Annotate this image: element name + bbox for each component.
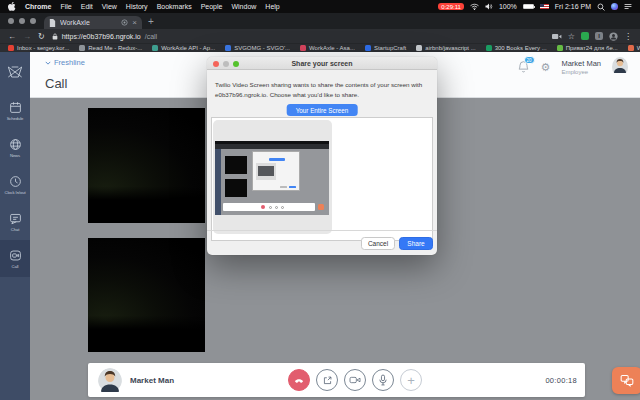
menu-bookmarks[interactable]: Bookmarks xyxy=(157,3,192,10)
bookmark-item[interactable]: WorkAxle API - Ap... xyxy=(152,45,215,51)
bookmark-item[interactable]: SVGOMG - SVGO'... xyxy=(225,45,290,51)
tab-favicon xyxy=(49,19,56,27)
mic-toggle-button[interactable] xyxy=(372,369,394,391)
call-timer: 00:00:18 xyxy=(545,376,577,385)
user-avatar[interactable] xyxy=(612,57,628,77)
notification-center-icon[interactable] xyxy=(624,3,632,10)
participant-name: Market Man xyxy=(130,376,174,385)
toolbar-right-icons: ☆ I ⋮ xyxy=(552,32,632,41)
menu-view[interactable]: View xyxy=(102,3,117,10)
bookmark-favicon xyxy=(628,45,634,51)
chat-fab-button[interactable] xyxy=(612,367,640,394)
bookmark-item[interactable]: Read Me - Redux-... xyxy=(79,45,142,51)
wifi-icon[interactable] xyxy=(470,3,479,10)
input-language-flag-icon[interactable] xyxy=(540,4,549,10)
video-tile-remote xyxy=(88,108,205,223)
workaxle-logo-icon[interactable] xyxy=(0,52,30,92)
user-role: Employee xyxy=(561,69,601,75)
window-minimize-button[interactable] xyxy=(19,18,25,24)
globe-icon xyxy=(9,138,22,151)
siri-icon[interactable] xyxy=(611,3,618,10)
screen-recording-timer[interactable]: 0:29:11 xyxy=(438,3,464,10)
header-right: 20 ⚙ Market Man Employee xyxy=(517,57,628,77)
menu-file[interactable]: File xyxy=(60,3,71,10)
dialog-zoom-button[interactable] xyxy=(233,61,239,67)
spotlight-search-icon[interactable] xyxy=(597,3,605,11)
bookmarks-bar: Inbox - sergey.kor... Read Me - Redux-..… xyxy=(0,43,640,52)
page-title: Call xyxy=(45,76,67,91)
sidebar-item-clock-in-out[interactable]: Clock In/out xyxy=(0,166,30,203)
dialog-window-controls xyxy=(213,61,239,67)
menu-edit[interactable]: Edit xyxy=(81,3,93,10)
address-bar[interactable]: https://e0b37b96.ngrok.io/call xyxy=(52,33,545,40)
phone-down-icon xyxy=(293,374,305,386)
settings-gear-icon[interactable]: ⚙ xyxy=(541,62,551,73)
back-icon[interactable]: ← xyxy=(8,32,16,41)
preview-callbar xyxy=(223,203,315,211)
dialog-close-button[interactable] xyxy=(213,61,219,67)
dialog-footer: Cancel Share xyxy=(207,230,437,255)
hangup-button[interactable] xyxy=(288,369,310,391)
browser-menu-icon[interactable]: ⋮ xyxy=(624,32,632,41)
lock-icon xyxy=(52,33,58,40)
menu-people[interactable]: People xyxy=(201,3,223,10)
calendar-icon xyxy=(9,101,22,114)
bookmark-item[interactable]: WorkAxle xyxy=(628,45,640,51)
cancel-button[interactable]: Cancel xyxy=(361,237,395,250)
bookmark-star-icon[interactable]: ☆ xyxy=(568,32,575,41)
menu-chrome[interactable]: Chrome xyxy=(25,3,51,10)
window-zoom-button[interactable] xyxy=(30,18,36,24)
bookmark-item[interactable]: airbnb/javascript ... xyxy=(416,45,475,51)
media-camera-indicator-icon[interactable] xyxy=(552,33,562,40)
add-participant-button[interactable]: + xyxy=(400,369,422,391)
screen-picker-panel xyxy=(211,117,433,241)
menubar-clock[interactable]: Fri 2:16 PM xyxy=(555,3,591,10)
screen-share-button[interactable] xyxy=(316,369,338,391)
video-tile-local xyxy=(88,238,205,352)
dialog-title: Share your screen xyxy=(291,60,352,67)
reload-icon[interactable]: ↻ xyxy=(38,32,45,41)
browser-toolbar: ← → ↻ https://e0b37b96.ngrok.io/call ☆ I… xyxy=(0,29,640,43)
macos-menu-bar: Chrome File Edit View History Bookmarks … xyxy=(0,0,640,13)
bookmark-item[interactable]: Приват24 для бе... xyxy=(557,45,618,51)
camera-toggle-button[interactable] xyxy=(344,369,366,391)
extension-icon-gray[interactable]: I xyxy=(595,32,603,40)
tab-title: WorkAxle xyxy=(60,19,117,26)
preview-chat-fab xyxy=(318,204,324,210)
window-close-button[interactable] xyxy=(8,18,14,24)
forward-icon[interactable]: → xyxy=(23,32,31,41)
tab-close-icon[interactable]: × xyxy=(132,19,137,27)
new-tab-button[interactable]: + xyxy=(142,16,162,29)
sidebar-item-chat[interactable]: Chat xyxy=(0,203,30,240)
profile-avatar-icon[interactable] xyxy=(609,32,618,41)
app-sidebar: Schedule News Clock In/out Chat Call xyxy=(0,52,30,400)
sidebar-item-schedule[interactable]: Schedule xyxy=(0,92,30,129)
tab-media-indicator-icon xyxy=(121,19,128,26)
bookmark-favicon xyxy=(416,45,422,51)
bookmark-item[interactable]: Inbox - sergey.kor... xyxy=(8,45,69,51)
bookmark-favicon xyxy=(557,45,563,51)
volume-icon[interactable] xyxy=(485,3,493,10)
bookmark-item[interactable]: WorkAxle - Asa... xyxy=(300,45,355,51)
user-info[interactable]: Market Man Employee xyxy=(561,59,601,75)
entire-screen-button[interactable]: Your Entire Screen xyxy=(287,104,358,116)
sidebar-item-call[interactable]: Call xyxy=(0,240,30,277)
breadcrumb[interactable]: Freshline xyxy=(45,58,85,67)
bookmark-favicon xyxy=(365,45,371,51)
battery-icon[interactable] xyxy=(523,4,534,10)
notifications-button[interactable]: 20 xyxy=(517,60,530,74)
menu-window[interactable]: Window xyxy=(231,3,256,10)
url-path: /call xyxy=(145,33,157,40)
extension-icon-green[interactable] xyxy=(581,32,589,40)
participant-avatar xyxy=(98,368,122,396)
menu-help[interactable]: Help xyxy=(265,3,279,10)
screen-thumbnail-tile[interactable] xyxy=(213,120,332,234)
bookmark-item[interactable]: StartupCraft xyxy=(365,45,406,51)
share-button[interactable]: Share xyxy=(399,237,433,250)
tab-workaxle[interactable]: WorkAxle × xyxy=(44,16,142,29)
menu-history[interactable]: History xyxy=(126,3,148,10)
bookmark-item[interactable]: 300 Books Every ... xyxy=(486,45,547,51)
sidebar-item-news[interactable]: News xyxy=(0,129,30,166)
apple-menu-icon[interactable] xyxy=(8,2,16,11)
share-screen-dialog: Share your screen Twilio Video Screen sh… xyxy=(207,57,437,255)
